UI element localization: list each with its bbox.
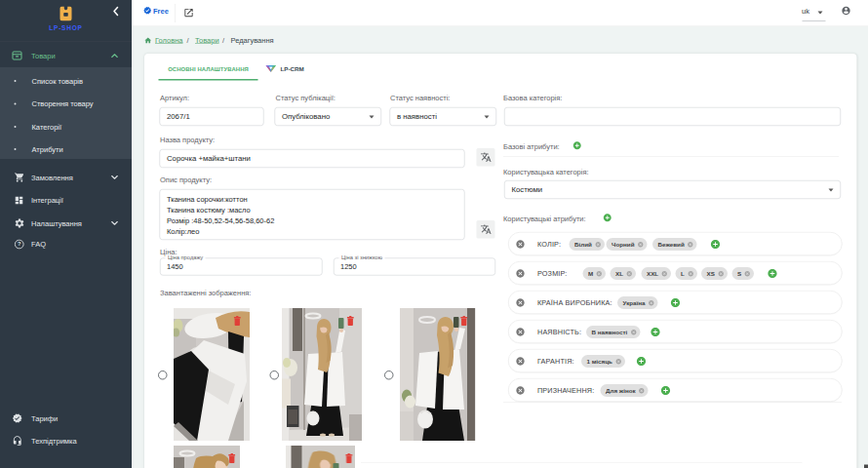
svg-text:?: ? — [18, 241, 21, 247]
